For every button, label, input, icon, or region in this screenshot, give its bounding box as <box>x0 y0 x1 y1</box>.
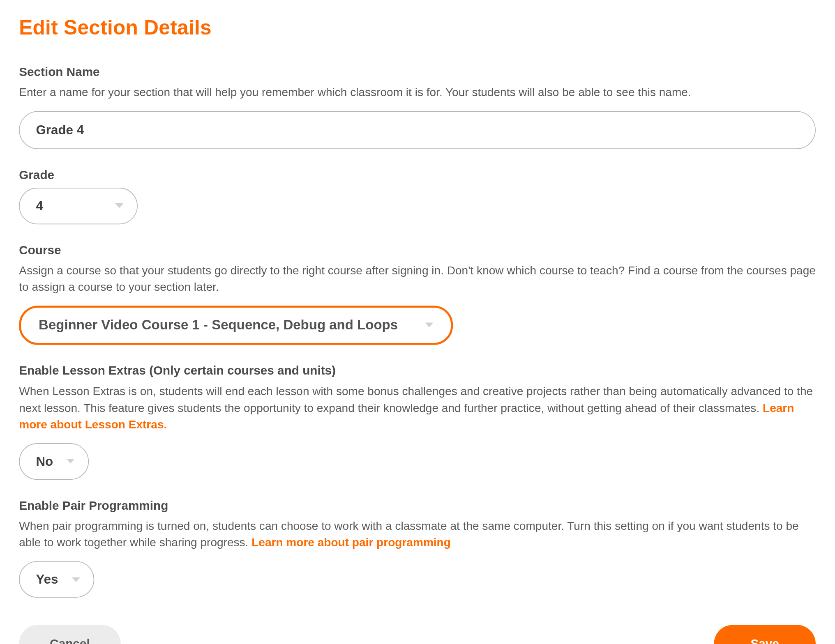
caret-down-icon <box>115 203 124 208</box>
grade-select[interactable]: 4 <box>19 187 138 224</box>
pair-programming-link[interactable]: Learn more about pair programming <box>251 536 451 549</box>
course-label: Course <box>19 243 816 258</box>
caret-down-icon <box>72 577 80 582</box>
pair-programming-block: Enable Pair Programming When pair progra… <box>19 499 816 598</box>
section-name-input[interactable] <box>19 111 816 149</box>
lesson-extras-select-value: No <box>36 454 53 469</box>
caret-down-icon <box>425 323 434 328</box>
lesson-extras-select[interactable]: No <box>19 443 89 480</box>
save-button[interactable]: Save <box>714 625 816 644</box>
grade-label: Grade <box>19 168 816 182</box>
course-help: Assign a course so that your students go… <box>19 263 816 296</box>
grade-block: Grade 4 <box>19 168 816 224</box>
pair-programming-select[interactable]: Yes <box>19 561 94 598</box>
pair-programming-label: Enable Pair Programming <box>19 499 816 513</box>
page-title: Edit Section Details <box>19 16 816 39</box>
course-block: Course Assign a course so that your stud… <box>19 243 816 345</box>
section-name-block: Section Name Enter a name for your secti… <box>19 65 816 149</box>
section-name-label: Section Name <box>19 65 816 79</box>
course-select[interactable]: Beginner Video Course 1 - Sequence, Debu… <box>19 306 453 345</box>
grade-select-value: 4 <box>36 198 43 213</box>
lesson-extras-label: Enable Lesson Extras (Only certain cours… <box>19 364 816 378</box>
course-select-value: Beginner Video Course 1 - Sequence, Debu… <box>39 317 398 333</box>
pair-programming-select-value: Yes <box>36 572 58 587</box>
section-name-help: Enter a name for your section that will … <box>19 85 816 101</box>
pair-programming-help: When pair programming is turned on, stud… <box>19 518 816 552</box>
lesson-extras-block: Enable Lesson Extras (Only certain cours… <box>19 364 816 480</box>
caret-down-icon <box>67 459 75 464</box>
lesson-extras-help-text: When Lesson Extras is on, students will … <box>19 385 813 414</box>
footer-actions: Cancel Save <box>19 625 816 644</box>
cancel-button[interactable]: Cancel <box>19 625 120 644</box>
lesson-extras-help: When Lesson Extras is on, students will … <box>19 384 816 434</box>
